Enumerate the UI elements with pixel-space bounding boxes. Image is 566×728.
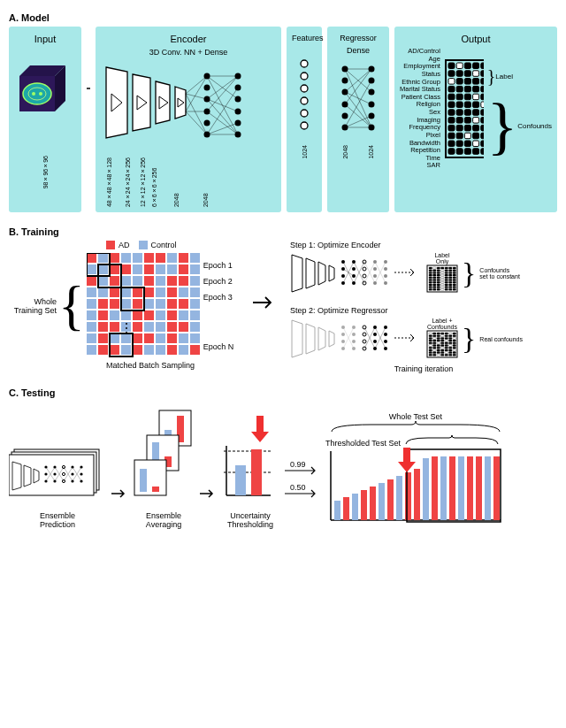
- dim-c2: 24×24×24×256: [125, 157, 131, 207]
- svg-rect-498: [361, 490, 367, 520]
- svg-rect-177: [98, 287, 108, 297]
- svg-rect-105: [456, 102, 463, 108]
- out-9: Pixel Bandwidth: [400, 132, 440, 147]
- svg-rect-193: [167, 299, 177, 309]
- svg-rect-294: [441, 272, 445, 273]
- svg-rect-342: [437, 288, 440, 290]
- avg-bars: [133, 402, 195, 508]
- svg-rect-296: [449, 272, 453, 273]
- svg-rect-138: [481, 141, 484, 147]
- svg-rect-306: [433, 277, 437, 279]
- svg-rect-162: [156, 264, 165, 274]
- features-svg: [292, 46, 317, 143]
- svg-rect-509: [458, 456, 464, 520]
- svg-rect-221: [144, 333, 154, 343]
- svg-rect-419: [453, 345, 456, 347]
- svg-rect-441: [429, 354, 432, 356]
- svg-rect-174: [179, 276, 188, 286]
- svg-rect-505: [423, 458, 429, 520]
- svg-rect-219: [121, 333, 131, 343]
- svg-rect-287: [441, 270, 445, 272]
- svg-rect-510: [467, 456, 473, 520]
- svg-rect-438: [445, 352, 448, 354]
- svg-rect-311: [453, 277, 456, 279]
- svg-rect-442: [433, 354, 437, 356]
- svg-rect-184: [179, 287, 188, 297]
- svg-rect-198: [110, 310, 119, 320]
- svg-rect-280: [441, 267, 445, 269]
- epoch-2: Epoch 2: [203, 277, 234, 286]
- svg-rect-148: [110, 253, 119, 263]
- svg-rect-126: [481, 125, 484, 131]
- svg-rect-173: [167, 276, 177, 286]
- svg-rect-120: [481, 118, 484, 124]
- svg-rect-222: [156, 333, 165, 343]
- svg-line-37: [207, 99, 238, 111]
- svg-rect-400: [433, 340, 437, 341]
- svg-rect-192: [156, 299, 165, 309]
- svg-rect-149: [121, 253, 131, 263]
- th-low: 0.50: [290, 483, 306, 492]
- svg-rect-111: [456, 110, 463, 116]
- regressor-title: Regressor: [333, 34, 384, 42]
- whole-test: Whole Test Set: [325, 412, 506, 421]
- svg-rect-178: [110, 287, 119, 297]
- output-title: Output: [400, 34, 552, 44]
- svg-rect-107: [473, 102, 479, 108]
- svg-rect-409: [441, 342, 445, 344]
- svg-rect-199: [121, 310, 131, 320]
- section-c-label: C. Testing: [9, 387, 557, 398]
- svg-rect-414: [433, 345, 437, 347]
- svg-rect-411: [449, 342, 453, 344]
- svg-point-352: [341, 333, 345, 336]
- svg-point-51: [342, 78, 348, 84]
- svg-rect-397: [449, 337, 453, 339]
- svg-rect-182: [156, 287, 165, 297]
- step2-net: [290, 315, 423, 363]
- svg-rect-117: [456, 118, 463, 124]
- svg-rect-292: [433, 272, 437, 273]
- svg-rect-164: [179, 264, 188, 274]
- svg-rect-181: [144, 287, 154, 297]
- svg-rect-410: [445, 342, 448, 344]
- svg-rect-394: [437, 337, 440, 339]
- svg-rect-179: [121, 287, 131, 297]
- svg-rect-299: [433, 274, 437, 276]
- dim-feat: 1024: [302, 145, 308, 159]
- encoder-svg: [101, 58, 276, 156]
- svg-rect-281: [445, 267, 448, 269]
- svg-rect-130: [464, 133, 470, 139]
- svg-rect-333: [429, 287, 432, 288]
- svg-rect-188: [110, 299, 119, 309]
- svg-rect-214: [179, 322, 188, 332]
- svg-rect-226: [87, 345, 96, 355]
- svg-rect-304: [453, 274, 456, 276]
- svg-rect-150: [133, 253, 142, 263]
- svg-rect-190: [133, 299, 142, 309]
- svg-marker-453: [34, 469, 39, 483]
- svg-rect-395: [441, 337, 445, 339]
- svg-rect-137: [473, 141, 479, 147]
- svg-rect-305: [429, 277, 432, 279]
- svg-rect-290: [453, 270, 456, 272]
- svg-rect-90: [481, 79, 484, 85]
- regressor-svg: [333, 57, 384, 143]
- svg-rect-381: [441, 333, 445, 334]
- svg-rect-95: [473, 86, 479, 92]
- svg-rect-319: [429, 281, 432, 283]
- svg-rect-205: [190, 310, 200, 320]
- svg-rect-220: [133, 333, 142, 343]
- svg-rect-152: [156, 253, 165, 263]
- svg-rect-301: [441, 274, 445, 276]
- svg-rect-343: [441, 288, 445, 290]
- svg-rect-78: [481, 63, 484, 69]
- svg-rect-406: [429, 342, 432, 344]
- whole-training: Whole Training Set: [9, 297, 57, 315]
- svg-line-28: [186, 94, 207, 99]
- svg-rect-500: [379, 483, 385, 520]
- svg-rect-443: [437, 354, 440, 356]
- svg-rect-435: [433, 352, 437, 354]
- svg-rect-212: [156, 322, 165, 332]
- svg-point-241: [126, 327, 127, 329]
- svg-rect-506: [432, 456, 438, 520]
